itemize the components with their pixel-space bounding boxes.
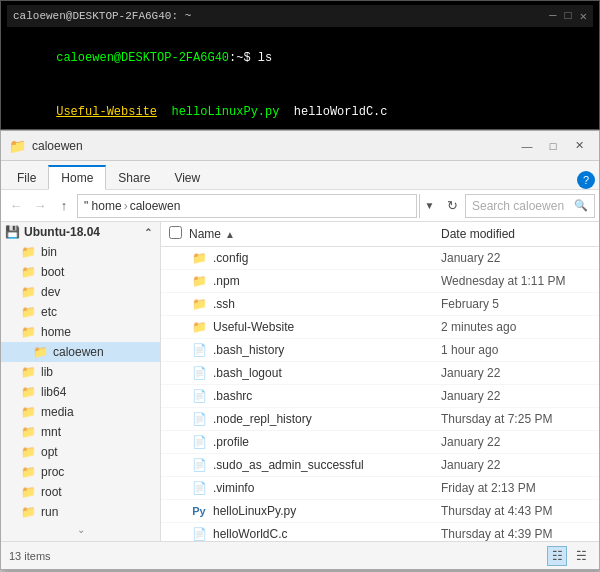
folder-icon-config: 📁 [189, 250, 209, 266]
sidebar-item-lib[interactable]: 📁 lib [1, 362, 160, 382]
sidebar-item-opt[interactable]: 📁 opt [1, 442, 160, 462]
file-name-node-repl: .node_repl_history [209, 412, 441, 426]
sort-arrow-name: ▲ [225, 229, 235, 240]
file-row[interactable]: 📄 .bash_history 1 hour ago [161, 339, 599, 362]
sidebar-item-etc[interactable]: 📁 etc [1, 302, 160, 322]
row-check-1 [169, 250, 189, 266]
term-prompt-1: caloewen@DESKTOP-2FA6G40 [56, 51, 229, 65]
sidebar-item-proc[interactable]: 📁 proc [1, 462, 160, 482]
folder-icon-mnt: 📁 [21, 425, 36, 439]
file-icon-bashrc: 📄 [189, 388, 209, 404]
titlebar-controls[interactable]: — □ ✕ [515, 134, 591, 158]
sidebar-item-bin[interactable]: 📁 bin [1, 242, 160, 262]
explorer-close-button[interactable]: ✕ [567, 134, 591, 158]
terminal-minimize[interactable]: — [549, 9, 556, 24]
explorer-window-title: caloewen [32, 139, 83, 153]
file-row[interactable]: 📁 .npm Wednesday at 1:11 PM [161, 270, 599, 293]
sidebar-item-mnt[interactable]: 📁 mnt [1, 422, 160, 442]
file-row[interactable]: Py helloLinuxPy.py Thursday at 4:43 PM [161, 500, 599, 523]
status-right: ☷ ☵ [547, 546, 591, 566]
folder-icon-dev: 📁 [21, 285, 36, 299]
file-list-header: Name ▲ Date modified [161, 222, 599, 247]
sidebar-scroll-down[interactable]: ⌄ [1, 522, 160, 537]
terminal-close[interactable]: ✕ [580, 9, 587, 24]
up-button[interactable]: ↑ [53, 195, 75, 217]
status-bar: 13 items ☷ ☵ [1, 541, 599, 569]
address-path[interactable]: " home › caloewen [77, 194, 417, 218]
sidebar-label-etc: etc [41, 305, 57, 319]
sidebar-label-caloewen: caloewen [53, 345, 104, 359]
terminal-maximize[interactable]: □ [565, 9, 572, 24]
folder-icon-home: 📁 [21, 325, 36, 339]
file-icon-c: 📄 [189, 526, 209, 541]
file-date-bash-logout: January 22 [441, 366, 591, 380]
file-date-sudo: January 22 [441, 458, 591, 472]
forward-button[interactable]: → [29, 195, 51, 217]
file-date-config: January 22 [441, 251, 591, 265]
file-row[interactable]: 📁 .config January 22 [161, 247, 599, 270]
tab-share[interactable]: Share [106, 165, 162, 189]
sidebar-item-boot[interactable]: 📁 boot [1, 262, 160, 282]
sidebar-item-run[interactable]: 📁 run [1, 502, 160, 522]
file-row[interactable]: 📄 helloWorldC.c Thursday at 4:39 PM [161, 523, 599, 541]
tab-home[interactable]: Home [48, 165, 106, 190]
file-date-profile: January 22 [441, 435, 591, 449]
sidebar-ubuntu-icon: 💾 [5, 225, 20, 239]
search-box[interactable]: Search caloewen 🔍 [465, 194, 595, 218]
term-link-website: Useful-Website [56, 105, 157, 119]
file-row[interactable]: 📁 Useful-Website 2 minutes ago [161, 316, 599, 339]
file-row[interactable]: 📄 .viminfo Friday at 2:13 PM [161, 477, 599, 500]
file-row[interactable]: 📄 .bashrc January 22 [161, 385, 599, 408]
header-date[interactable]: Date modified [441, 227, 591, 241]
folder-icon-boot: 📁 [21, 265, 36, 279]
file-icon-sudo: 📄 [189, 457, 209, 473]
sidebar-label-root: root [41, 485, 62, 499]
sidebar-item-ubuntu[interactable]: 💾 Ubuntu-18.04 ⌃ [1, 222, 160, 242]
content-area: 💾 Ubuntu-18.04 ⌃ 📁 bin 📁 boot 📁 dev 📁 et… [1, 222, 599, 541]
tab-file[interactable]: File [5, 165, 48, 189]
header-check [169, 226, 189, 242]
sidebar-label-opt: opt [41, 445, 58, 459]
file-name-ssh: .ssh [209, 297, 441, 311]
file-row[interactable]: 📁 .ssh February 5 [161, 293, 599, 316]
sidebar-item-lib64[interactable]: 📁 lib64 [1, 382, 160, 402]
path-dropdown-button[interactable]: ▼ [419, 194, 439, 218]
file-row[interactable]: 📄 .sudo_as_admin_successful January 22 [161, 454, 599, 477]
back-button[interactable]: ← [5, 195, 27, 217]
sidebar-item-dev[interactable]: 📁 dev [1, 282, 160, 302]
terminal-body: caloewen@DESKTOP-2FA6G40:~$ ls Useful-We… [7, 27, 593, 135]
item-count: 13 items [9, 550, 51, 562]
sidebar-item-home[interactable]: 📁 home [1, 322, 160, 342]
terminal-titlebar: caloewen@DESKTOP-2FA6G40: ~ — □ ✕ [7, 5, 593, 27]
folder-icon-useful: 📁 [189, 319, 209, 335]
ribbon: File Home Share View ? [1, 161, 599, 190]
sidebar-item-media[interactable]: 📁 media [1, 402, 160, 422]
file-name-config: .config [209, 251, 441, 265]
sidebar-label-mnt: mnt [41, 425, 61, 439]
explorer-minimize-button[interactable]: — [515, 134, 539, 158]
file-row[interactable]: 📄 .node_repl_history Thursday at 7:25 PM [161, 408, 599, 431]
explorer-titlebar-left: 📁 caloewen [9, 138, 83, 154]
refresh-button[interactable]: ↻ [441, 195, 463, 217]
sidebar-item-caloewen[interactable]: 📁 caloewen [1, 342, 160, 362]
folder-icon-lib: 📁 [21, 365, 36, 379]
sidebar-ubuntu-label: Ubuntu-18.04 [24, 225, 100, 239]
file-row[interactable]: 📄 .profile January 22 [161, 431, 599, 454]
file-name-viminfo: .viminfo [209, 481, 441, 495]
folder-icon-bin: 📁 [21, 245, 36, 259]
file-row[interactable]: 📄 .bash_logout January 22 [161, 362, 599, 385]
details-view-button[interactable]: ☷ [547, 546, 567, 566]
tab-view[interactable]: View [162, 165, 212, 189]
file-name-py: helloLinuxPy.py [209, 504, 441, 518]
folder-icon-caloewen: 📁 [33, 345, 48, 359]
select-all-checkbox[interactable] [169, 226, 182, 239]
explorer-window: 📁 caloewen — □ ✕ File Home Share View ? … [0, 130, 600, 570]
help-button[interactable]: ? [577, 171, 595, 189]
file-name-bash-logout: .bash_logout [209, 366, 441, 380]
large-icons-view-button[interactable]: ☵ [571, 546, 591, 566]
header-name[interactable]: Name ▲ [189, 227, 441, 241]
sidebar-label-run: run [41, 505, 58, 519]
search-placeholder: Search caloewen [472, 199, 564, 213]
sidebar-item-root[interactable]: 📁 root [1, 482, 160, 502]
explorer-maximize-button[interactable]: □ [541, 134, 565, 158]
